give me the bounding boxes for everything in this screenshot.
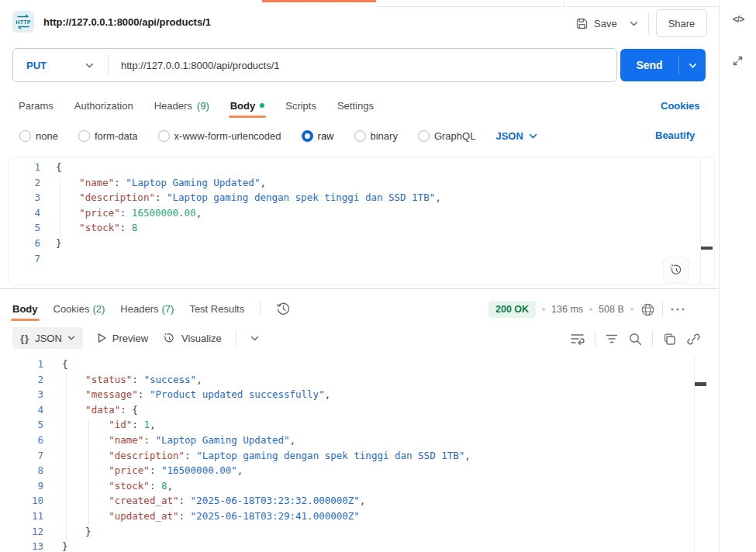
tab-headers[interactable]: Headers (9) [154,93,209,118]
wrap-text-icon[interactable] [570,332,585,346]
save-options-chevron-icon[interactable] [630,21,638,26]
radio-binary[interactable]: binary [354,130,398,142]
send-options-chevron-icon[interactable] [679,49,706,81]
postbot-button[interactable] [663,257,689,283]
line-number: 9 [0,478,43,494]
indent-guide [60,178,60,239]
line-number: 6 [0,236,40,251]
line-number: 6 [0,433,43,448]
tab-authorization[interactable]: Authorization [74,93,133,118]
response-tab-bar: Body Cookies (2) Headers (7) Test Result… [12,296,291,321]
more-options-icon[interactable] [669,306,686,312]
response-history-icon[interactable] [276,302,291,316]
radio-raw[interactable]: raw [302,130,334,142]
line-number: 3 [0,387,43,402]
toolbar-divider [236,330,236,346]
request-scrollbar-thumb[interactable] [701,247,713,250]
line-number: 11 [0,509,43,524]
play-icon [97,333,107,343]
braces-icon: {} [20,333,29,344]
line-number: 4 [0,205,40,221]
response-time[interactable]: 136 ms [551,304,583,315]
tab-body[interactable]: Body [230,93,265,118]
status-badge[interactable]: 200 OK [488,301,536,318]
active-tab-indicator [262,0,376,2]
save-button[interactable]: Save [575,12,638,35]
tab-response-headers[interactable]: Headers (7) [120,296,174,321]
response-code-editor[interactable]: 1{2 "status": "success",3 "message": "Pr… [0,357,690,552]
indent-guide [66,373,67,540]
response-toolbar: {} JSON Preview Visualize [12,327,259,349]
tab-test-results[interactable]: Test Results [189,296,244,321]
save-icon [575,17,589,30]
radio-selected-icon [302,130,313,142]
tab-params[interactable]: Params [19,93,54,118]
request-response-divider [0,288,719,289]
headers-count: (9) [197,100,209,112]
sparkle-clock-icon [668,262,684,278]
line-number: 5 [0,220,40,236]
http-method-icon: HTTP [12,11,34,33]
radio-circle-icon [158,130,170,142]
share-button-label: Share [668,18,696,29]
request-code-editor[interactable]: 1{2 "name": "Laptop Gaming Updated",3 "d… [0,160,698,266]
tab-scripts[interactable]: Scripts [285,93,316,118]
line-number: 7 [0,251,40,267]
tab-response-cookies[interactable]: Cookies (2) [54,296,105,321]
radio-x-www-form-urlencoded[interactable]: x-www-form-urlencoded [158,130,281,142]
tab-response-body[interactable]: Body [12,296,38,321]
radio-circle-icon [354,130,366,142]
code-line: 5 "stock": 8 [0,220,698,236]
active-tab-underline [229,116,267,118]
radio-none[interactable]: none [19,130,58,142]
url-bar: PUT http://127.0.0.1:8000/api/products/1 [12,48,617,82]
request-header: HTTP http://127.0.0.1:8000/api/products/… [0,6,719,40]
beautify-link[interactable]: Beautify [655,129,695,141]
filter-icon[interactable] [605,333,619,345]
expand-icon[interactable] [731,54,744,67]
response-toolbar-icons [570,330,701,347]
chevron-down-icon [67,336,75,340]
line-number: 12 [0,524,43,540]
code-line: 10 "created_at": "2025-06-18T03:23:32.00… [0,493,690,509]
chevron-down-icon [529,133,537,139]
tab-settings[interactable]: Settings [337,93,374,118]
code-line: 1{ [0,357,690,372]
code-line: 12 } [0,524,690,540]
response-size[interactable]: 508 B [599,304,624,315]
radio-form-data[interactable]: form-data [78,130,138,142]
language-select[interactable]: JSON [495,130,537,142]
toolbar-divider [652,331,653,347]
body-modified-dot [260,103,264,108]
toolbar-divider [662,302,663,317]
visualize-button[interactable]: Visualize [162,331,222,345]
response-format-select[interactable]: {} JSON [12,327,83,349]
code-line: 5 "id": 1, [0,417,690,433]
search-icon[interactable] [628,332,643,347]
response-scrollbar-thumb[interactable] [695,382,706,386]
more-views-chevron-icon[interactable] [250,336,259,341]
code-line: 6} [0,236,698,251]
network-globe-icon[interactable] [640,302,656,318]
method-chevron-icon[interactable] [85,63,94,68]
request-tab-bar: Params Authorization Headers (9) Body Sc… [19,93,374,118]
send-button[interactable]: Send [620,49,706,81]
copy-icon[interactable] [662,332,677,347]
url-input[interactable]: http://127.0.0.1:8000/api/products/1 [121,60,280,71]
line-number: 13 [0,539,43,552]
radio-graphql[interactable]: GraphQL [418,130,475,142]
code-line: 3 "message": "Product updated successful… [0,387,690,402]
code-line: 7 "description": "Laptop gaming dengan s… [0,448,690,464]
code-snippet-icon[interactable]: </> [720,14,756,25]
dot-separator [630,308,633,311]
line-number: 10 [0,493,43,509]
method-selector[interactable]: PUT [13,60,74,71]
request-title: http://127.0.0.1:8000/api/products/1 [43,16,211,28]
share-button[interactable]: Share [656,9,707,37]
code-line: 4 "data": { [0,402,690,418]
send-button-label: Send [620,49,678,81]
preview-button[interactable]: Preview [97,333,148,344]
cookies-link[interactable]: Cookies [661,100,700,112]
cookies-count: (2) [92,303,105,315]
link-icon[interactable] [686,332,701,347]
